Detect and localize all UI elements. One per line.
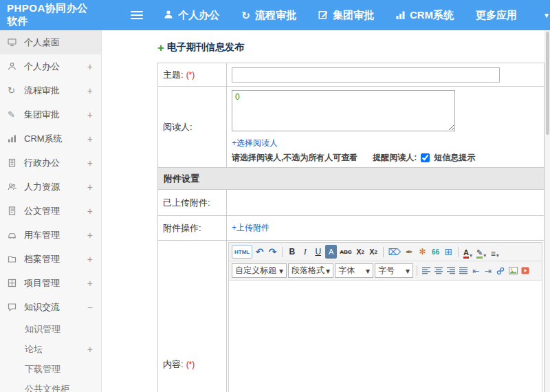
sidebar-item-crm-system[interactable]: CRM系统 + [0, 127, 101, 151]
sidebar-item-group-approval[interactable]: ✎ 集团审批 + [0, 102, 101, 127]
person-icon [164, 10, 173, 21]
nav-group-approval[interactable]: 集团审批 [318, 9, 374, 22]
sidebar-item-label: 行政办公 [24, 157, 85, 169]
sidebar-item-admin-office[interactable]: 行政办公 + [0, 151, 101, 175]
select-readers-link[interactable]: +选择阅读人 [232, 138, 278, 149]
sidebar-item-human-resources[interactable]: 人力资源 + [0, 175, 101, 199]
underline-icon[interactable]: U [312, 245, 324, 259]
sidebar-subitem-knowledge-mgmt[interactable]: 知识管理 [0, 319, 101, 339]
expand-icon[interactable]: + [85, 85, 93, 96]
sidebar-subitem-label: 知识管理 [25, 323, 93, 336]
nav-label: 流程审批 [255, 9, 296, 22]
nav-crm-system[interactable]: CRM系统 [396, 9, 454, 22]
subscript-icon[interactable]: X2 [368, 245, 380, 259]
top-header: PHPOA协同办公软件 个人办公 ↻ 流程审批 集团审批 CRM系统 更多应用 … [0, 0, 550, 30]
heading-select[interactable]: 自定义标题▾ [232, 263, 287, 278]
sidebar-subitem-label: 公共文件柜 [25, 383, 93, 392]
font-color-button[interactable]: A▾ [462, 245, 474, 259]
nav-process-approval[interactable]: ↻ 流程审批 [241, 9, 296, 22]
format-paint-icon[interactable]: ✻ [417, 245, 428, 259]
sidebar-subitem-public-file-cabinet[interactable]: 公共文件柜 [0, 379, 101, 392]
expand-icon[interactable]: + [85, 230, 93, 241]
expand-icon[interactable]: + [85, 344, 93, 355]
link-icon[interactable] [495, 265, 506, 277]
nav-label: 更多应用 [476, 9, 517, 22]
nav-personal-office[interactable]: 个人办公 [164, 9, 219, 22]
media-icon[interactable] [520, 265, 531, 277]
align-center-icon[interactable] [433, 265, 444, 277]
nav-more-apps[interactable]: 更多应用 [476, 9, 517, 22]
sms-notify-label: 短信息提示 [434, 152, 475, 164]
sidebar-item-archive-mgmt[interactable]: 档案管理 + [0, 247, 101, 271]
sidebar-item-document-mgmt[interactable]: 公文管理 + [0, 199, 101, 223]
readers-label: 阅读人: [158, 87, 227, 167]
editor-toolbar-row2: 自定义标题▾ 段落格式▾ 字体▾ 字号▾ ⇤ ⇥ [229, 261, 542, 281]
italic-icon[interactable]: I [299, 245, 311, 259]
menu-icon[interactable] [131, 9, 146, 21]
sms-notify-checkbox[interactable] [421, 153, 430, 162]
process-icon: ↻ [241, 10, 250, 21]
collapse-icon[interactable]: − [85, 302, 93, 313]
eraser-icon[interactable]: ⌦ [387, 245, 402, 259]
attachment-section-header: 附件设置 [158, 168, 544, 190]
people-icon [8, 182, 24, 191]
sidebar-item-personal-desktop[interactable]: 个人桌面 [0, 30, 101, 54]
nav-label: CRM系统 [410, 9, 454, 22]
bold-icon[interactable]: B [286, 245, 298, 259]
uploaded-attachments-label: 已上传附件: [158, 190, 227, 215]
edit-icon [318, 10, 328, 21]
blockquote-icon[interactable]: 66 [430, 245, 441, 259]
sidebar-item-label: 知识交流 [24, 301, 85, 314]
undo-icon[interactable]: ↶ [254, 245, 265, 259]
scrollbar-thumb[interactable] [546, 32, 549, 135]
sidebar-item-label: 集团审批 [24, 109, 85, 121]
font-select[interactable]: 字体▾ [335, 263, 373, 278]
highlight-color-button[interactable]: ✎▾ [475, 245, 487, 259]
chevron-down-icon: ▾ [483, 252, 486, 259]
chevron-down-icon[interactable]: ▼ [543, 12, 550, 19]
sidebar-item-personal-office[interactable]: 个人办公 + [0, 54, 101, 78]
strikethrough-icon[interactable]: ABC [338, 245, 353, 259]
sidebar-item-vehicle-mgmt[interactable]: 用车管理 + [0, 223, 101, 247]
align-left-icon[interactable] [421, 265, 432, 277]
sidebar-item-process-approval[interactable]: ↻ 流程审批 + [0, 78, 101, 102]
vertical-scrollbar[interactable] [544, 30, 550, 392]
subject-input[interactable] [232, 67, 500, 83]
sidebar-subitem-download-mgmt[interactable]: 下载管理 [0, 359, 101, 379]
car-icon [8, 230, 24, 239]
grid-icon [8, 279, 24, 287]
expand-icon[interactable]: + [85, 109, 93, 120]
sidebar-subitem-forum[interactable]: 论坛 + [0, 339, 101, 359]
expand-icon[interactable]: + [85, 206, 93, 217]
document-icon [8, 206, 24, 215]
readers-hint: 请选择阅读人,不选为所有人可查看 [232, 152, 358, 164]
size-select[interactable]: 字号▾ [375, 263, 413, 278]
image-icon[interactable] [507, 265, 518, 277]
process-icon: ↻ [8, 85, 24, 96]
list-style-button[interactable]: ≡▾ [489, 245, 500, 259]
upload-attachment-link[interactable]: +上传附件 [232, 222, 270, 234]
align-right-icon[interactable] [446, 265, 456, 277]
expand-icon[interactable]: + [85, 133, 93, 144]
indent-icon[interactable]: ⇥ [483, 265, 494, 277]
table-icon[interactable]: ⊞ [443, 245, 454, 259]
redo-icon[interactable]: ↷ [267, 245, 278, 259]
expand-icon[interactable]: + [85, 254, 93, 265]
superscript-icon[interactable]: X2 [355, 245, 366, 259]
editor-toolbar-row1: HTML ↶ ↷ B I U A ABC X2 X2 ⌦ [229, 243, 542, 261]
remove-format-icon[interactable]: A [325, 245, 337, 259]
paragraph-select[interactable]: 段落格式▾ [288, 263, 333, 278]
readers-textarea[interactable]: 0 [232, 90, 455, 131]
expand-icon[interactable]: + [85, 278, 93, 289]
expand-icon[interactable]: + [85, 182, 93, 193]
editor-content-area[interactable] [229, 281, 542, 392]
brush-icon[interactable]: ✒ [404, 245, 415, 259]
html-source-button[interactable]: HTML [232, 245, 252, 259]
sidebar-item-project-mgmt[interactable]: 项目管理 + [0, 271, 101, 295]
align-justify-icon[interactable] [458, 265, 469, 277]
expand-icon[interactable]: + [85, 61, 93, 72]
sidebar-item-knowledge-exchange[interactable]: 知识交流 − [0, 295, 101, 319]
expand-icon[interactable]: + [85, 157, 93, 168]
sidebar-item-label: 公文管理 [24, 205, 85, 217]
outdent-icon[interactable]: ⇤ [470, 265, 481, 277]
